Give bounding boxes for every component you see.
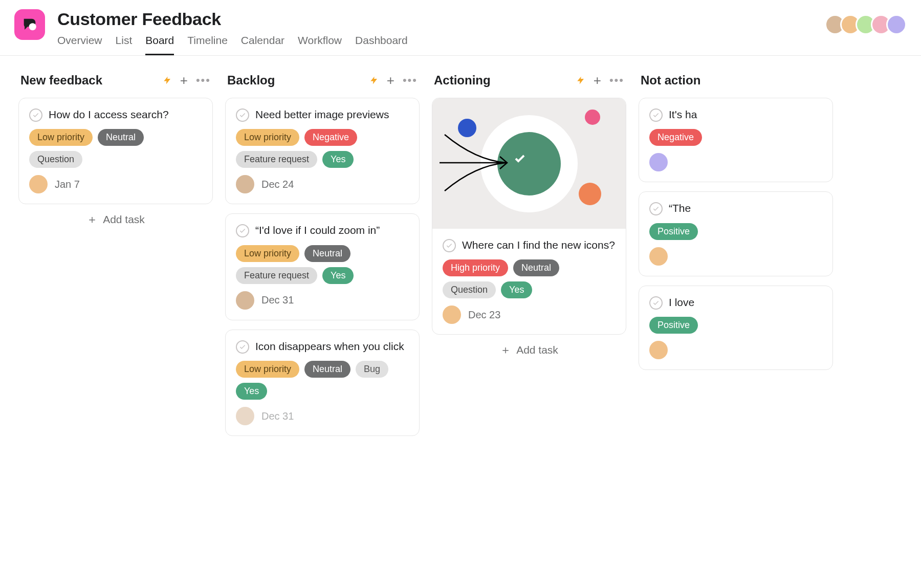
card-title: How do I access search?: [49, 107, 169, 122]
task-card[interactable]: I lovePositive: [639, 286, 833, 370]
assignee-avatar[interactable]: [649, 341, 668, 359]
tag-pill[interactable]: Neutral: [513, 259, 559, 276]
column-menu-icon[interactable]: •••: [196, 74, 211, 87]
assignee-avatar[interactable]: [649, 247, 668, 266]
add-task-label: Add task: [103, 213, 145, 226]
column: Actioning+•••Where can I find the new ic…: [432, 73, 626, 436]
card-title: I love: [669, 295, 694, 310]
due-date: Dec 31: [261, 410, 294, 422]
tag-pill[interactable]: Question: [29, 151, 82, 168]
tag-pill[interactable]: Question: [443, 281, 496, 298]
card-title: Icon disappears when you click: [255, 339, 404, 354]
tab-overview[interactable]: Overview: [57, 34, 102, 55]
column-title: New feedback: [20, 73, 102, 88]
add-card-button[interactable]: +: [594, 74, 601, 87]
card-title: “The: [669, 201, 691, 215]
column: Not actionIt's haNegative“ThePositiveI l…: [639, 73, 833, 436]
column-title: Backlog: [227, 73, 275, 88]
project-header: Customer Feedback OverviewListBoardTimel…: [0, 0, 921, 56]
tag-pill[interactable]: Yes: [322, 151, 354, 168]
card-title: Where can I find the new icons?: [462, 238, 615, 252]
column-title: Actioning: [434, 73, 491, 88]
task-card[interactable]: How do I access search?Low priorityNeutr…: [18, 98, 213, 204]
board: New feedback+•••How do I access search?L…: [0, 56, 921, 453]
add-task-button[interactable]: ＋Add task: [18, 204, 213, 229]
complete-checkbox[interactable]: [236, 224, 249, 237]
tab-timeline[interactable]: Timeline: [187, 34, 228, 55]
tab-dashboard[interactable]: Dashboard: [355, 34, 408, 55]
complete-checkbox[interactable]: [649, 296, 663, 310]
tab-workflow[interactable]: Workflow: [298, 34, 342, 55]
automation-icon[interactable]: [576, 76, 585, 85]
tag-pill[interactable]: Low priority: [236, 361, 299, 378]
tag-pill[interactable]: Bug: [356, 361, 388, 378]
add-task-label: Add task: [516, 344, 558, 356]
tag-pill[interactable]: High priority: [443, 259, 508, 276]
tab-calendar[interactable]: Calendar: [241, 34, 284, 55]
column: Backlog+•••Need better image previewsLow…: [225, 73, 420, 436]
tag-pill[interactable]: Low priority: [29, 129, 93, 146]
assignee-avatar[interactable]: [236, 407, 254, 425]
column-menu-icon[interactable]: •••: [403, 74, 418, 87]
complete-checkbox[interactable]: [443, 239, 456, 252]
tag-pill[interactable]: Neutral: [98, 129, 144, 146]
task-card[interactable]: “I'd love if I could zoom in”Low priorit…: [225, 213, 420, 320]
svg-point-0: [29, 23, 36, 30]
tag-pill[interactable]: Positive: [649, 223, 698, 240]
add-task-button[interactable]: ＋Add task: [432, 335, 626, 359]
tag-pill[interactable]: Positive: [649, 317, 698, 334]
tab-list[interactable]: List: [116, 34, 133, 55]
tag-pill[interactable]: Negative: [304, 129, 357, 146]
tab-board[interactable]: Board: [145, 34, 174, 55]
add-card-button[interactable]: +: [180, 74, 188, 87]
tag-pill[interactable]: Low priority: [236, 129, 299, 146]
tag-pill[interactable]: Feature request: [236, 151, 317, 168]
card-title: It's ha: [669, 107, 697, 122]
complete-checkbox[interactable]: [29, 108, 42, 122]
task-card[interactable]: Need better image previewsLow priorityNe…: [225, 98, 420, 204]
member-avatars[interactable]: [830, 14, 907, 35]
tag-pill[interactable]: Low priority: [236, 245, 299, 262]
add-card-button[interactable]: +: [387, 74, 394, 87]
complete-checkbox[interactable]: [649, 202, 663, 215]
plus-icon: ＋: [500, 344, 511, 356]
tag-pill[interactable]: Feature request: [236, 267, 317, 284]
assignee-avatar[interactable]: [236, 175, 254, 193]
complete-checkbox[interactable]: [649, 108, 663, 122]
complete-checkbox[interactable]: [236, 108, 249, 122]
complete-checkbox[interactable]: [236, 340, 249, 354]
column-title: Not action: [641, 73, 700, 88]
task-card[interactable]: It's haNegative: [639, 98, 833, 182]
project-tabs: OverviewListBoardTimelineCalendarWorkflo…: [57, 34, 408, 55]
due-date: Dec 31: [261, 294, 294, 306]
task-card[interactable]: Where can I find the new icons?High prio…: [432, 98, 626, 335]
assignee-avatar[interactable]: [443, 306, 461, 324]
task-card[interactable]: Icon disappears when you clickLow priori…: [225, 330, 420, 436]
tag-pill[interactable]: Yes: [322, 267, 354, 284]
column-menu-icon[interactable]: •••: [609, 74, 624, 87]
column: New feedback+•••How do I access search?L…: [18, 73, 213, 436]
tag-pill[interactable]: Yes: [501, 281, 532, 298]
card-title: “I'd love if I could zoom in”: [255, 223, 380, 237]
tag-pill[interactable]: Neutral: [304, 245, 350, 262]
tag-pill[interactable]: Yes: [236, 383, 267, 400]
due-date: Dec 23: [468, 309, 500, 321]
due-date: Jan 7: [55, 179, 80, 190]
card-cover-image: [432, 98, 626, 229]
automation-icon[interactable]: [163, 76, 172, 85]
tag-pill[interactable]: Negative: [649, 129, 702, 146]
assignee-avatar[interactable]: [649, 153, 668, 171]
tag-pill[interactable]: Neutral: [304, 361, 350, 378]
assignee-avatar[interactable]: [29, 175, 48, 193]
task-card[interactable]: “ThePositive: [639, 191, 833, 276]
due-date: Dec 24: [261, 179, 294, 190]
plus-icon: ＋: [86, 214, 98, 225]
card-title: Need better image previews: [255, 107, 389, 122]
avatar[interactable]: [886, 14, 907, 35]
assignee-avatar[interactable]: [236, 291, 254, 310]
automation-icon[interactable]: [369, 76, 379, 85]
project-icon: [14, 9, 45, 40]
project-title: Customer Feedback: [57, 9, 408, 29]
